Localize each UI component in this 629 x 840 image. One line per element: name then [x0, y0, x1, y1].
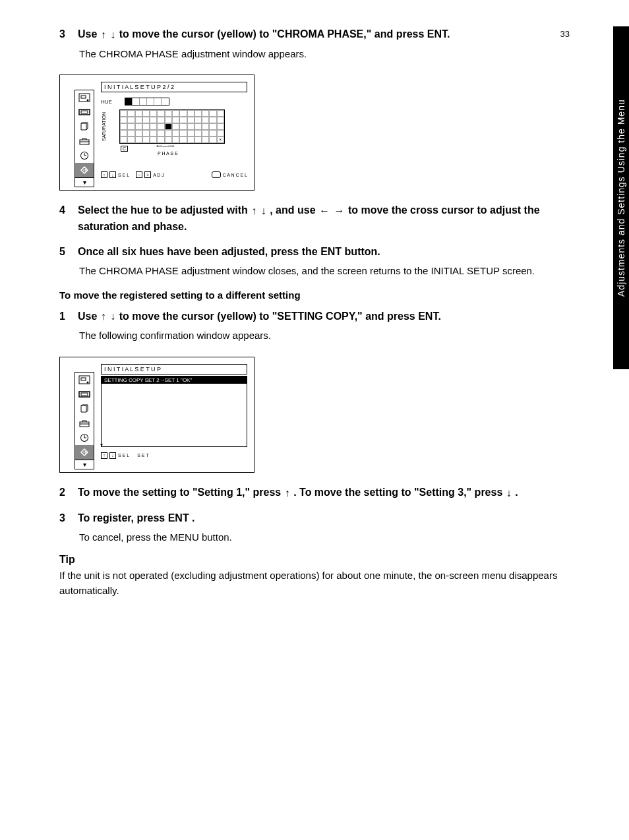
step-number: 3 — [59, 510, 78, 526]
text-part: To register, press — [78, 512, 168, 524]
text-part: To move the setting to "Setting 1," pres… — [78, 487, 284, 498]
svg-rect-15 — [79, 392, 90, 397]
hint-down-icon: ↓ — [109, 452, 116, 459]
scroll-down-icon: ▾ — [100, 442, 103, 448]
svg-rect-3 — [79, 109, 90, 115]
hint-set-label: S E T — [137, 453, 148, 458]
svg-rect-16 — [81, 393, 88, 396]
step-text: Once all six hues have been adjusted, pr… — [78, 244, 570, 260]
text-part: . — [515, 487, 518, 498]
hue-cell — [125, 98, 133, 105]
text-part: . — [192, 512, 195, 524]
osd-list: SETTING COPY SET 2→SET 1 "OK" ▾ — [101, 376, 247, 447]
step-sub-1: 1 Use ↑ ↓ to move the cursor (yellow) to… — [59, 309, 570, 325]
arrow-up-icon: ↑ — [251, 203, 256, 219]
osd-icon-clock — [75, 431, 94, 445]
osd-icon-clock — [75, 148, 94, 163]
osd-icon-screen — [75, 105, 94, 119]
phase-grid: × — [119, 109, 225, 144]
text-part: Use — [78, 28, 100, 40]
step-5: 5 Once all six hues have been adjusted, … — [59, 244, 570, 260]
osd-side-icons: ▾ — [75, 90, 94, 187]
step-4: 4 Select the hue to be adjusted with ↑ ↓… — [59, 202, 570, 235]
osd-icon-doc — [75, 402, 94, 416]
page: 33 3 Use ↑ ↓ to move the cursor (yellow)… — [0, 0, 629, 624]
hue-row: HUE — [101, 98, 247, 105]
osd-screenshot-copy: I N I T I A L S E T U P ▾ SETTING COPY S… — [59, 357, 255, 473]
arrow-left-icon: ← — [319, 203, 330, 219]
hue-cell — [162, 98, 169, 105]
osd-icon-toolbox — [75, 416, 94, 431]
hint-left-icon: − — [136, 171, 142, 178]
text-part: Use — [78, 311, 100, 322]
svg-rect-14 — [81, 378, 86, 380]
step-text: To move the setting to "Setting 1," pres… — [78, 485, 570, 501]
arrow-up-icon: ↑ — [101, 27, 106, 43]
text-part: to move the cursor (yellow) to "CHROMA P… — [119, 28, 450, 40]
hue-cell — [154, 98, 162, 105]
saturation-label: SATURATION — [102, 112, 106, 141]
osd-icon-setup — [75, 163, 94, 177]
hint-menu-icon — [212, 171, 221, 178]
osd-screenshot-chroma: I N I T I A L S E T U P 2 / 2 ▾ HUE — [59, 75, 255, 191]
paragraph: The CHROMA PHASE adjustment window close… — [79, 264, 570, 279]
step-3: 3 Use ↑ ↓ to move the cursor (yellow) to… — [59, 26, 570, 43]
sidebar-tab: Adjustments and Settings Using the Menu — [613, 26, 629, 369]
arrow-up-icon: ↑ — [285, 485, 290, 501]
hue-cell — [147, 98, 154, 105]
osd-body: HUE SATURATION × — [101, 94, 247, 170]
hue-cell — [140, 98, 147, 105]
tip-row: Tip — [59, 554, 570, 566]
hint-sel-label: S E L — [118, 453, 129, 458]
svg-point-1 — [87, 100, 89, 102]
step-text: To register, press ENT . — [78, 510, 570, 526]
osd-hints: ↑ ↓ S E L − + A D J C A N C E L — [101, 171, 247, 178]
step-number: 5 — [59, 244, 78, 260]
paragraph: To cancel, press the MENU button. — [79, 530, 570, 545]
step-number: 4 — [59, 202, 78, 235]
text-part: Select the hue to be adjusted with — [78, 204, 251, 216]
hint-up-icon: ↑ — [101, 171, 107, 178]
ent-label: ENT — [168, 512, 189, 524]
osd-icon-picture — [75, 90, 94, 105]
svg-rect-4 — [81, 111, 88, 113]
osd-icon-more: ▾ — [75, 460, 94, 469]
step-sub-3: 3 To register, press ENT . — [59, 510, 570, 526]
paragraph: The following confirmation window appear… — [79, 328, 570, 344]
step-text: Select the hue to be adjusted with ↑ ↓ ,… — [78, 202, 570, 235]
step-number: 1 — [59, 309, 78, 325]
hue-cell — [133, 98, 140, 105]
step-number: 3 — [59, 26, 78, 43]
section-header: To move the registered setting to a diff… — [59, 289, 570, 301]
arrow-down-icon: ↓ — [261, 203, 266, 219]
text-part: . To move the setting to "Setting 3," pr… — [293, 487, 506, 498]
svg-point-13 — [87, 381, 89, 383]
osd-icon-toolbox — [75, 134, 94, 148]
arrow-down-icon: ↓ — [110, 309, 115, 324]
arrow-up-icon: ↑ — [101, 309, 106, 324]
step-text: Use ↑ ↓ to move the cursor (yellow) to "… — [78, 309, 570, 325]
hint-cancel-label: C A N C E L — [223, 173, 247, 177]
arrow-down-icon: ↓ — [110, 27, 115, 43]
step-number: 2 — [59, 485, 78, 501]
hint-adj-label: A D J — [153, 173, 164, 177]
osd-icon-doc — [75, 119, 94, 134]
phase-arrow: ⟵—⟶ — [156, 144, 196, 149]
osd-icon-setup — [75, 445, 94, 460]
hint-sel-label: S E L — [118, 173, 129, 177]
hue-label: HUE — [101, 99, 125, 105]
osd-icon-picture — [75, 373, 94, 387]
list-item: SETTING COPY SET 2→SET 1 "OK" — [102, 376, 247, 384]
paragraph: The CHROMA PHASE adjustment window appea… — [79, 47, 570, 62]
list-item — [102, 385, 247, 386]
osd-title: I N I T I A L S E T U P 2 / 2 — [101, 82, 247, 92]
hint-up-icon: ↑ — [101, 452, 107, 459]
text-part: to move the cursor (yellow) to "SETTING … — [119, 311, 441, 322]
tip-text: If the unit is not operated (excluding a… — [59, 568, 570, 598]
tip-label: Tip — [59, 554, 82, 566]
step-text: Use ↑ ↓ to move the cursor (yellow) to "… — [78, 26, 570, 43]
hue-bar — [125, 98, 169, 105]
step-sub-2: 2 To move the setting to "Setting 1," pr… — [59, 485, 570, 501]
osd-hints: ↑ ↓ S E L S E T — [101, 452, 247, 459]
phase-label: P H A S E — [158, 151, 178, 156]
